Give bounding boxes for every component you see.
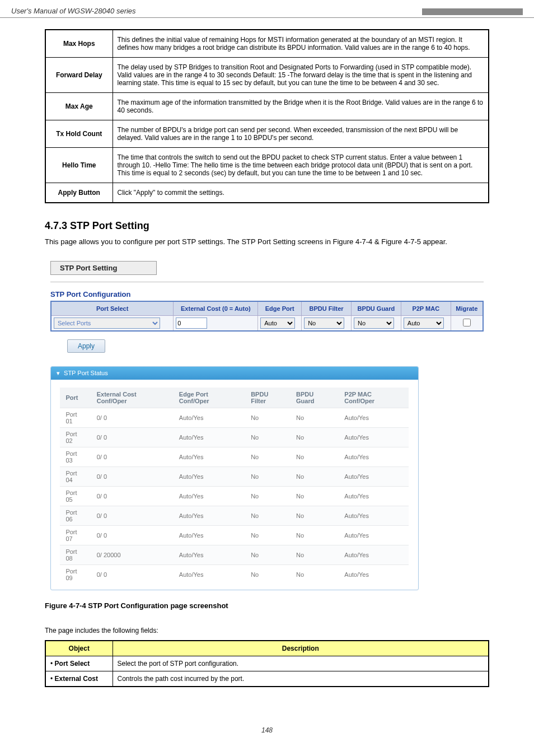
- status-cell: Port 02: [60, 427, 91, 447]
- status-cell: Auto/Yes: [339, 564, 409, 584]
- status-title: STP Port Status: [64, 370, 108, 376]
- status-cell: Port 06: [60, 506, 91, 525]
- status-cell: No: [291, 408, 339, 427]
- table-row: Port 090/ 0Auto/YesNoNoAuto/Yes: [60, 564, 409, 584]
- parameters-table: Max HopsThis defines the initial value o…: [45, 29, 489, 203]
- p2p-mac-select[interactable]: Auto: [404, 318, 444, 329]
- param-label: Forward Delay: [45, 58, 113, 93]
- table-row: Forward DelayThe delay used by STP Bridg…: [45, 58, 489, 93]
- col-p2p-mac: P2P MAC: [401, 301, 451, 316]
- param-desc: The number of BPDU's a bridge port can s…: [113, 120, 489, 148]
- migrate-checkbox[interactable]: [463, 319, 471, 326]
- status-cell: No: [245, 466, 291, 486]
- header-grey-box: [422, 8, 523, 15]
- status-cell: Auto/Yes: [339, 447, 409, 466]
- status-cell: No: [291, 564, 339, 584]
- apply-button[interactable]: Apply: [67, 339, 105, 353]
- table-row: Max HopsThis defines the initial value o…: [45, 30, 489, 58]
- table-row: • External CostControls the path cost in…: [45, 671, 489, 687]
- status-cell: Auto/Yes: [174, 408, 245, 427]
- status-cell: 0/ 20000: [91, 545, 174, 564]
- status-cell: No: [291, 447, 339, 466]
- sh-cost: External Cost Conf/Oper: [91, 388, 174, 408]
- status-table: Port External Cost Conf/Oper Edge Port C…: [60, 388, 409, 584]
- param-desc: The delay used by STP Bridges to transit…: [113, 58, 489, 93]
- fh-desc: Description: [113, 641, 489, 656]
- status-cell: Auto/Yes: [174, 427, 245, 447]
- col-bpdu-guard: BPDU Guard: [352, 301, 401, 316]
- field-object: • Port Select: [45, 656, 113, 671]
- param-label: Apply Button: [45, 183, 113, 203]
- status-cell: Auto/Yes: [339, 466, 409, 486]
- bpdu-guard-select[interactable]: No: [354, 318, 394, 329]
- status-cell: No: [291, 525, 339, 545]
- status-cell: Auto/Yes: [339, 486, 409, 506]
- status-cell: No: [245, 447, 291, 466]
- section-title: 4.7.3 STP Port Setting: [45, 220, 489, 232]
- status-cell: Port 05: [60, 486, 91, 506]
- status-cell: 0/ 0: [91, 506, 174, 525]
- status-cell: Port 07: [60, 525, 91, 545]
- status-cell: Auto/Yes: [174, 506, 245, 525]
- figure-caption: Figure 4-7-4 STP Port Configuration page…: [45, 601, 489, 610]
- table-row: • Port SelectSelect the port of STP port…: [45, 656, 489, 671]
- table-row: Port 080/ 20000Auto/YesNoNoAuto/Yes: [60, 545, 409, 564]
- table-row: Port 060/ 0Auto/YesNoNoAuto/Yes: [60, 506, 409, 525]
- objects-line: The page includes the following fields:: [45, 627, 489, 634]
- status-cell: Auto/Yes: [339, 427, 409, 447]
- status-cell: No: [245, 427, 291, 447]
- col-bpdu-filter: BPDU Filter: [302, 301, 352, 316]
- param-desc: This defines the initial value of remain…: [113, 30, 489, 58]
- screenshot-region: STP Port Setting STP Port Configuration …: [45, 255, 489, 596]
- col-edge-port: Edge Port: [258, 301, 302, 316]
- page-header: User's Manual of WGSW-28040 series: [0, 0, 534, 18]
- status-cell: Auto/Yes: [174, 564, 245, 584]
- col-port-select: Port Select: [51, 301, 174, 316]
- table-row: Port 010/ 0Auto/YesNoNoAuto/Yes: [60, 408, 409, 427]
- status-cell: No: [291, 486, 339, 506]
- status-cell: No: [291, 506, 339, 525]
- sh-bguard: BPDU Guard: [291, 388, 339, 408]
- chevron-down-icon: ▾: [57, 370, 60, 376]
- status-cell: Auto/Yes: [174, 545, 245, 564]
- status-cell: Auto/Yes: [174, 466, 245, 486]
- status-cell: Port 04: [60, 466, 91, 486]
- status-cell: 0/ 0: [91, 486, 174, 506]
- status-cell: No: [245, 486, 291, 506]
- status-cell: Auto/Yes: [174, 486, 245, 506]
- external-cost-input[interactable]: [176, 318, 207, 329]
- status-cell: No: [245, 525, 291, 545]
- status-cell: Auto/Yes: [339, 545, 409, 564]
- field-desc: Controls the path cost incurred by the p…: [113, 671, 489, 687]
- status-cell: No: [291, 427, 339, 447]
- status-cell: No: [245, 506, 291, 525]
- table-row: Max AgeThe maximum age of the informatio…: [45, 93, 489, 120]
- section-desc: This page allows you to configure per po…: [45, 236, 489, 248]
- sh-p2p: P2P MAC Conf/Oper: [339, 388, 409, 408]
- param-desc: Click "Apply" to commit the settings.: [113, 183, 489, 203]
- table-row: Port 050/ 0Auto/YesNoNoAuto/Yes: [60, 486, 409, 506]
- fields-table: Object Description • Port SelectSelect t…: [45, 640, 489, 687]
- field-object: • External Cost: [45, 671, 113, 687]
- table-row: Port 030/ 0Auto/YesNoNoAuto/Yes: [60, 447, 409, 466]
- col-migrate: Migrate: [451, 301, 483, 316]
- status-cell: Auto/Yes: [174, 447, 245, 466]
- table-row: Tx Hold CountThe number of BPDU's a brid…: [45, 120, 489, 148]
- param-label: Tx Hold Count: [45, 120, 113, 148]
- status-cell: Auto/Yes: [174, 525, 245, 545]
- edge-port-select[interactable]: Auto: [260, 318, 295, 329]
- config-title: STP Port Configuration: [50, 290, 484, 298]
- bpdu-filter-select[interactable]: No: [304, 318, 344, 329]
- table-row: Port 070/ 0Auto/YesNoNoAuto/Yes: [60, 525, 409, 545]
- port-select-dropdown[interactable]: Select Ports: [54, 318, 160, 329]
- stp-title-bar: STP Port Setting: [50, 261, 157, 275]
- status-cell: 0/ 0: [91, 525, 174, 545]
- status-cell: 0/ 0: [91, 447, 174, 466]
- param-label: Max Age: [45, 93, 113, 120]
- config-table: Port Select External Cost (0 = Auto) Edg…: [50, 301, 484, 332]
- status-cell: Auto/Yes: [339, 506, 409, 525]
- table-row: Hello TimeThe time that controls the swi…: [45, 148, 489, 183]
- status-header[interactable]: ▾ STP Port Status: [51, 367, 418, 380]
- status-cell: Port 09: [60, 564, 91, 584]
- status-cell: Port 08: [60, 545, 91, 564]
